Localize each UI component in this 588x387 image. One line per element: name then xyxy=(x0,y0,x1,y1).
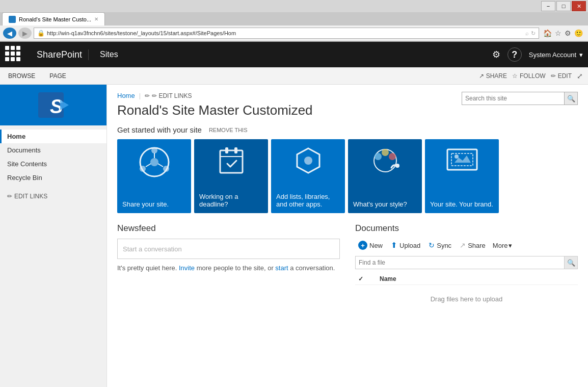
tab-bar: Ronald's Site Master Custo... ✕ xyxy=(0,12,588,25)
conversation-placeholder: Start a conversation xyxy=(123,245,182,253)
svg-point-19 xyxy=(389,153,396,160)
account-menu[interactable]: System Account ▾ xyxy=(529,51,583,59)
newsfeed-section: Newsfeed Start a conversation It's prett… xyxy=(117,223,340,313)
card-share-label: Share your site. xyxy=(122,200,186,208)
invite-link[interactable]: Invite xyxy=(179,264,195,272)
sync-icon: ↻ xyxy=(429,241,435,249)
upload-label: Upload xyxy=(399,242,420,249)
waffle-dot xyxy=(16,57,20,61)
sharepoint-logo: SharePoint xyxy=(31,49,89,60)
sidebar-item-recycle-bin[interactable]: Recycle Bin xyxy=(0,171,106,185)
minimize-button[interactable]: − xyxy=(541,1,555,11)
expand-icon[interactable]: ⤢ xyxy=(577,72,583,80)
home-icon[interactable]: 🏠 xyxy=(543,29,552,37)
new-icon: + xyxy=(358,241,367,250)
two-column-section: Newsfeed Start a conversation It's prett… xyxy=(117,223,578,313)
brand-icon xyxy=(425,144,499,175)
search-button[interactable]: 🔍 xyxy=(564,92,577,105)
cards-row: Share your site. xyxy=(117,139,578,213)
svg-rect-11 xyxy=(220,150,243,173)
svg-marker-2 xyxy=(60,100,69,110)
edit-button[interactable]: ✏ EDIT xyxy=(551,72,572,80)
card-share[interactable]: Share your site. xyxy=(117,139,191,213)
close-button[interactable]: ✕ xyxy=(572,1,586,11)
site-logo-area: S xyxy=(0,85,106,125)
share-site-icon xyxy=(117,144,191,180)
new-button[interactable]: + New xyxy=(355,239,386,252)
card-brand[interactable]: Your site. Your brand. xyxy=(425,139,499,213)
pencil-icon: ✏ xyxy=(145,92,150,99)
sidebar-item-site-contents[interactable]: Site Contents xyxy=(0,157,106,171)
browser-titlebar: − □ ✕ xyxy=(0,0,588,12)
more-button[interactable]: More ▾ xyxy=(493,242,513,249)
card-brand-label: Your site. Your brand. xyxy=(430,200,494,208)
tab-favicon xyxy=(9,16,16,23)
start-link[interactable]: start xyxy=(275,264,288,272)
breadcrumb-home[interactable]: Home xyxy=(117,92,135,99)
search-input[interactable] xyxy=(462,92,564,105)
card-style[interactable]: What's your style? xyxy=(348,139,422,213)
main-content: 🔍 Home | ✏ ✏ EDIT LINKS Ronald's Site Ma… xyxy=(107,85,588,387)
documents-table: ✓ Name xyxy=(355,273,578,285)
conversation-input[interactable]: Start a conversation xyxy=(117,239,340,259)
style-icon xyxy=(348,144,422,177)
waffle-menu[interactable] xyxy=(5,46,22,63)
browser-addressbar: ◀ ▶ 🔒 http://win-q1av3fnchn6/sites/testo… xyxy=(0,25,588,41)
upload-button[interactable]: ⬆ Upload xyxy=(388,239,423,252)
browse-tab[interactable]: BROWSE xyxy=(5,70,38,82)
account-name: System Account xyxy=(529,51,576,59)
get-started-header: Get started with your site REMOVE THIS xyxy=(117,125,578,134)
apps-icon xyxy=(271,144,345,177)
quiet-text-1: It's pretty quiet here. xyxy=(117,264,177,272)
waffle-dot xyxy=(11,57,15,61)
card-style-label: What's your style? xyxy=(353,200,417,208)
follow-button[interactable]: ☆ FOLLOW xyxy=(512,72,546,80)
star-icon[interactable]: ☆ xyxy=(555,29,562,37)
help-icon[interactable]: ? xyxy=(507,47,522,62)
waffle-dot xyxy=(16,46,20,50)
gear-icon[interactable]: ⚙ xyxy=(565,29,571,37)
browser-tab[interactable]: Ronald's Site Master Custo... ✕ xyxy=(2,12,105,25)
forward-button[interactable]: ▶ xyxy=(18,28,32,39)
deadline-icon xyxy=(194,144,268,177)
waffle-dot xyxy=(5,51,9,56)
svg-rect-13 xyxy=(234,147,237,153)
sharepoint-app: SharePoint Sites ⚙ ? System Account ▾ BR… xyxy=(0,42,588,387)
more-chevron-icon: ▾ xyxy=(509,242,512,249)
restore-button[interactable]: □ xyxy=(556,1,571,11)
sync-button[interactable]: ↻ Sync xyxy=(425,239,455,251)
svg-rect-22 xyxy=(451,153,473,166)
more-label: More xyxy=(493,242,508,249)
svg-point-23 xyxy=(455,154,459,159)
svg-point-5 xyxy=(151,147,157,153)
sidebar-item-documents[interactable]: Documents xyxy=(0,143,106,157)
address-box[interactable]: 🔒 http://win-q1av3fnchn6/sites/testone/_… xyxy=(34,28,539,39)
card-apps[interactable]: Add lists, libraries, and other apps. xyxy=(271,139,345,213)
doc-name-header[interactable]: Name xyxy=(377,273,578,285)
share-button[interactable]: ↗ SHARE xyxy=(479,72,507,80)
sidebar-nav: Home Documents Site Contents Recycle Bin… xyxy=(0,125,106,207)
doc-check-header[interactable]: ✓ xyxy=(355,273,366,285)
svg-point-4 xyxy=(150,158,158,166)
edit-icon: ✏ xyxy=(551,72,556,80)
browser-icons: 🏠 ☆ ⚙ 🙂 xyxy=(541,29,585,37)
sidebar-edit-links[interactable]: ✏ EDIT LINKS xyxy=(0,190,106,203)
find-file-icon[interactable]: 🔍 xyxy=(564,256,577,269)
share-doc-button[interactable]: ↗ Share xyxy=(457,239,489,251)
page-tab[interactable]: PAGE xyxy=(46,70,69,82)
sidebar-item-home[interactable]: Home xyxy=(0,130,106,143)
quiet-text-3: a conversation. xyxy=(290,264,335,272)
site-search-box[interactable]: 🔍 xyxy=(462,92,578,105)
card-deadline[interactable]: Working on a deadline? xyxy=(194,139,268,213)
remove-this-button[interactable]: REMOVE THIS xyxy=(209,127,248,133)
tab-close-icon[interactable]: ✕ xyxy=(94,16,98,22)
find-file-input[interactable] xyxy=(356,256,564,269)
quiet-text: It's pretty quiet here. Invite more peop… xyxy=(117,264,340,272)
back-button[interactable]: ◀ xyxy=(3,28,16,39)
new-label: New xyxy=(369,242,383,249)
breadcrumb-edit-links[interactable]: ✏ ✏ EDIT LINKS xyxy=(145,92,192,99)
find-file-box[interactable]: 🔍 xyxy=(355,256,578,269)
edit-links-label: EDIT LINKS xyxy=(14,193,47,200)
settings-icon[interactable]: ⚙ xyxy=(492,49,500,60)
svg-line-9 xyxy=(158,164,163,167)
